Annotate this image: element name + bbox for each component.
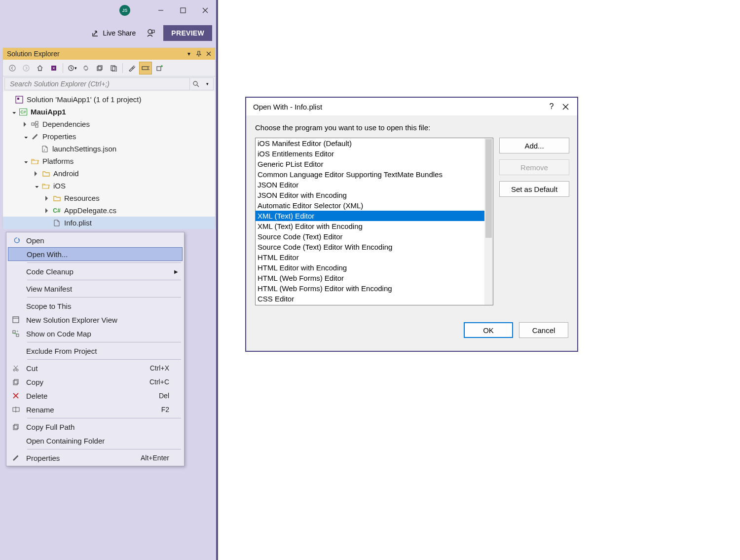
pending-changes-filter[interactable]: ▾	[66, 62, 78, 75]
expand-icon[interactable]	[22, 133, 29, 140]
home-button[interactable]	[34, 62, 46, 75]
svg-rect-27	[36, 125, 38, 127]
titlebar-top: JS	[0, 0, 216, 21]
menu-item-copy[interactable]: Copy Ctrl+C	[7, 375, 183, 389]
editor-listbox[interactable]: iOS Manifest Editor (Default)iOS Entitle…	[255, 138, 493, 305]
list-item[interactable]: iOS Entitlements Editor	[256, 149, 493, 159]
panel-title-bar[interactable]: Solution Explorer ▾	[3, 48, 215, 60]
dialog-titlebar[interactable]: Open With - Info.plist ?	[246, 98, 577, 115]
properties-button[interactable]	[125, 62, 138, 75]
maximize-button[interactable]	[172, 0, 194, 21]
expand-icon[interactable]	[43, 207, 50, 214]
menu-item-scope-to-this[interactable]: Scope to This	[7, 299, 183, 313]
delete-icon	[12, 392, 26, 399]
menu-item-copy-full-path[interactable]: Copy Full Path	[7, 420, 183, 434]
menu-item-show-on-code-map[interactable]: + Show on Code Map	[7, 327, 183, 340]
cancel-button[interactable]: Cancel	[519, 322, 568, 338]
list-item[interactable]: Source Code (Text) Editor With Encoding	[256, 242, 493, 252]
panel-options-dropdown[interactable]: ▾	[185, 49, 193, 58]
forward-button[interactable]	[20, 62, 33, 75]
feedback-button[interactable]	[145, 27, 157, 39]
search-input[interactable]	[9, 79, 189, 88]
list-item[interactable]: XML (Text) Editor with Encoding	[256, 221, 493, 231]
window-icon	[12, 316, 26, 323]
solution-tree: Solution 'MauiApp1' (1 of 1 project) C# …	[3, 91, 215, 227]
list-item[interactable]: Generic PList Editor	[256, 159, 493, 169]
search-icon[interactable]	[189, 78, 201, 90]
add-button[interactable]	[153, 62, 166, 75]
expand-icon[interactable]	[33, 170, 39, 177]
dialog-side-buttons: Add... Remove Set as Default	[499, 138, 569, 305]
expand-icon[interactable]	[22, 158, 29, 165]
list-item[interactable]: Automatic Editor Selector (XML)	[256, 200, 493, 211]
set-as-default-button[interactable]: Set as Default	[499, 181, 569, 197]
svg-rect-25	[32, 123, 34, 125]
submenu-arrow-icon: ▶	[174, 269, 178, 274]
help-button[interactable]: ?	[545, 100, 558, 113]
list-item[interactable]: HTML Editor	[256, 252, 493, 262]
launch-settings-node[interactable]: J launchSettings.json	[3, 143, 215, 155]
list-item[interactable]: JSON Editor	[256, 180, 493, 190]
expand-icon[interactable]	[10, 109, 17, 115]
project-label: MauiApp1	[31, 108, 66, 116]
list-item[interactable]: HTML Editor with Encoding	[256, 262, 493, 273]
info-plist-node[interactable]: Info.plist	[3, 217, 215, 229]
menu-item-delete[interactable]: Delete Del	[7, 389, 183, 403]
menu-item-code-cleanup[interactable]: Code Cleanup ▶	[7, 264, 183, 278]
project-node[interactable]: C# MauiApp1	[3, 106, 215, 118]
menu-item-rename[interactable]: Rename F2	[7, 403, 183, 416]
user-avatar[interactable]: JS	[119, 5, 130, 16]
menu-item-open[interactable]: Open	[7, 233, 183, 247]
pin-icon[interactable]	[194, 49, 203, 58]
dialog-title: Open With - Info.plist	[253, 103, 322, 111]
collapse-all-button[interactable]	[93, 62, 106, 75]
list-item[interactable]: JSON Editor with Encoding	[256, 190, 493, 200]
live-share-button[interactable]: Live Share	[89, 27, 139, 39]
list-item[interactable]: Source Code (Text) Editor	[256, 231, 493, 242]
show-all-files-button[interactable]	[107, 62, 120, 75]
scrollbar[interactable]	[484, 138, 493, 305]
list-item[interactable]: HTML (Web Forms) Editor	[256, 273, 493, 283]
expand-icon[interactable]	[22, 121, 29, 128]
menu-separator	[27, 280, 181, 280]
file-label: launchSettings.json	[52, 145, 116, 153]
platforms-node[interactable]: Platforms	[3, 155, 215, 167]
close-button[interactable]	[194, 0, 216, 21]
back-button[interactable]	[6, 62, 19, 75]
expand-icon[interactable]	[33, 183, 39, 189]
scrollbar-thumb[interactable]	[485, 139, 492, 238]
list-item[interactable]: XML (Text) Editor	[256, 211, 493, 221]
dialog-close-button[interactable]	[558, 100, 572, 113]
list-item[interactable]: Common Language Editor Supporting TextMa…	[256, 169, 493, 180]
menu-item-view-manifest[interactable]: View Manifest	[7, 282, 183, 296]
menu-item-properties[interactable]: Properties Alt+Enter	[7, 451, 183, 465]
svg-rect-41	[13, 380, 17, 385]
ios-node[interactable]: iOS	[3, 180, 215, 192]
minimize-button[interactable]	[149, 0, 172, 21]
expand-icon[interactable]	[43, 195, 50, 202]
appdelegate-node[interactable]: C# AppDelegate.cs	[3, 204, 215, 217]
menu-item-open-with[interactable]: Open With...	[8, 247, 183, 261]
list-item[interactable]: HTML (Web Forms) Editor with Encoding	[256, 283, 493, 294]
preview-selected-button[interactable]	[139, 62, 152, 75]
svg-rect-42	[14, 379, 18, 384]
android-node[interactable]: Android	[3, 167, 215, 180]
solution-node[interactable]: Solution 'MauiApp1' (1 of 1 project)	[3, 93, 215, 106]
menu-item-cut[interactable]: Cut Ctrl+X	[7, 361, 183, 375]
switch-views-button[interactable]	[47, 62, 60, 75]
preview-button[interactable]: PREVIEW	[163, 25, 212, 41]
list-item[interactable]: iOS Manifest Editor (Default)	[256, 138, 493, 149]
properties-node[interactable]: Properties	[3, 130, 215, 143]
remove-button[interactable]: Remove	[499, 159, 569, 175]
panel-close-icon[interactable]	[204, 49, 213, 58]
sync-button[interactable]	[79, 62, 92, 75]
resources-node[interactable]: Resources	[3, 192, 215, 204]
add-button[interactable]: Add...	[499, 138, 569, 153]
menu-item-new-se-view[interactable]: New Solution Explorer View	[7, 313, 183, 327]
menu-item-open-containing-folder[interactable]: Open Containing Folder	[7, 434, 183, 448]
dependencies-node[interactable]: Dependencies	[3, 118, 215, 130]
ok-button[interactable]: OK	[464, 322, 513, 338]
menu-item-exclude[interactable]: Exclude From Project	[7, 344, 183, 358]
list-item[interactable]: CSS Editor	[256, 294, 493, 304]
search-options-dropdown[interactable]: ▾	[201, 78, 213, 90]
